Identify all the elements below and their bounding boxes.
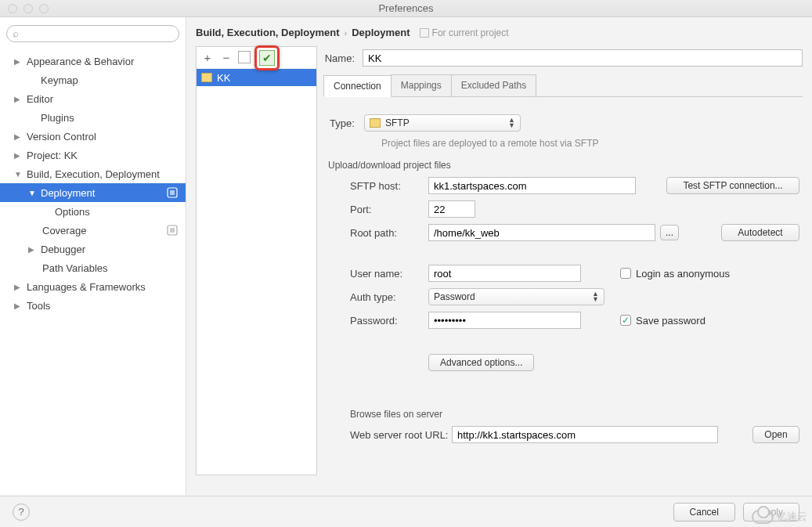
set-default-highlight: ✔ <box>254 45 280 70</box>
updown-icon: ▲▼ <box>592 291 599 302</box>
tree-label: Debugger <box>41 244 85 255</box>
server-item[interactable]: KK <box>197 69 316 86</box>
anonymous-checkbox[interactable] <box>620 268 631 279</box>
settings-tree: ▶Appearance & Behavior Keymap ▶Editor Pl… <box>0 49 186 315</box>
tab-connection[interactable]: Connection <box>323 75 392 97</box>
scope-icon <box>420 28 429 38</box>
tree-label: Languages & Frameworks <box>27 281 146 293</box>
tree-version-control[interactable]: ▶Version Control <box>0 127 186 146</box>
browse-root-button[interactable]: ... <box>660 225 679 240</box>
browse-section-title: Browse files on server <box>350 409 799 420</box>
type-label: Type: <box>327 117 364 129</box>
tree-appearance-behavior[interactable]: ▶Appearance & Behavior <box>0 52 186 70</box>
svg-rect-3 <box>170 228 175 233</box>
root-path-label: Root path: <box>327 227 428 239</box>
right-area: Build, Execution, Deployment › Deploymen… <box>186 17 812 495</box>
scope-badge-icon <box>167 225 178 236</box>
remove-server-button[interactable]: − <box>220 52 233 64</box>
tree-build-exec-deploy[interactable]: ▼Build, Execution, Deployment <box>0 164 186 183</box>
tree-plugins[interactable]: Plugins <box>0 108 186 127</box>
copy-icon <box>240 52 251 63</box>
tree-label: Plugins <box>41 112 74 124</box>
copy-server-button[interactable] <box>239 52 251 64</box>
tree-coverage[interactable]: Coverage <box>0 221 186 240</box>
save-password-checkbox[interactable] <box>620 315 631 326</box>
set-default-server-button[interactable]: ✔ <box>259 50 275 66</box>
auth-type-label: Auth type: <box>327 291 428 303</box>
tree-label: Editor <box>27 93 53 105</box>
tree-path-variables[interactable]: Path Variables <box>0 258 186 277</box>
server-list: KK <box>197 69 316 475</box>
tree-keymap[interactable]: Keymap <box>0 70 186 89</box>
search-icon: ⌕ <box>13 27 19 39</box>
password-input[interactable] <box>428 312 581 329</box>
type-select[interactable]: SFTP ▲▼ <box>364 114 521 132</box>
tabs: Connection Mappings Excluded Paths <box>323 74 803 97</box>
type-value: SFTP <box>385 117 410 128</box>
settings-tree-panel: ⌕ ▶Appearance & Behavior Keymap ▶Editor … <box>0 17 186 495</box>
svg-rect-1 <box>170 190 175 195</box>
port-input[interactable] <box>428 200 475 218</box>
chevron-right-icon: › <box>344 28 347 38</box>
sftp-icon <box>201 73 212 82</box>
web-url-input[interactable] <box>452 426 718 443</box>
auth-type-value: Password <box>434 291 475 302</box>
tree-label: Appearance & Behavior <box>27 56 134 67</box>
main-row: + − ✔ KK Name: <box>196 46 803 475</box>
window-title: Preferences <box>0 2 812 14</box>
password-label: Password: <box>327 315 428 327</box>
advanced-options-button[interactable]: Advanced options... <box>428 354 534 371</box>
tree-editor[interactable]: ▶Editor <box>0 89 186 108</box>
server-panel: + − ✔ KK <box>196 46 317 475</box>
server-item-label: KK <box>217 72 230 84</box>
root-path-input[interactable] <box>428 224 655 241</box>
auth-type-select[interactable]: Password ▲▼ <box>428 288 604 305</box>
footer: ? Cancel Apply <box>0 496 812 527</box>
autodetect-button[interactable]: Autodetect <box>721 224 799 241</box>
name-label: Name: <box>323 52 363 64</box>
watermark: 亿速云 <box>752 510 807 524</box>
tab-connection-pane: Type: SFTP ▲▼ Project files are deployed… <box>323 97 803 453</box>
tree-label: Options <box>55 206 90 218</box>
watermark-text: 亿速云 <box>777 510 807 524</box>
tree-label: Version Control <box>27 131 96 143</box>
content-area: ⌕ ▶Appearance & Behavior Keymap ▶Editor … <box>0 17 812 495</box>
tree-lang-frameworks[interactable]: ▶Languages & Frameworks <box>0 277 186 296</box>
tree-label: Keymap <box>41 74 78 86</box>
add-server-button[interactable]: + <box>201 52 214 64</box>
tab-mappings[interactable]: Mappings <box>391 74 452 96</box>
tab-excluded-paths[interactable]: Excluded Paths <box>451 74 536 96</box>
search-wrap: ⌕ <box>0 25 186 49</box>
sftp-host-label: SFTP host: <box>327 180 428 192</box>
tree-project[interactable]: ▶Project: KK <box>0 146 186 164</box>
tree-label: Build, Execution, Deployment <box>27 168 160 180</box>
tree-label: Deployment <box>41 187 95 199</box>
tree-tools[interactable]: ▶Tools <box>0 296 186 315</box>
tree-deployment[interactable]: ▼Deployment <box>0 183 186 202</box>
test-sftp-button[interactable]: Test SFTP connection... <box>666 177 799 194</box>
cloud-icon <box>752 510 774 524</box>
tree-deployment-options[interactable]: Options <box>0 202 186 221</box>
sftp-host-input[interactable] <box>428 177 636 194</box>
breadcrumb-part2[interactable]: Deployment <box>352 27 410 38</box>
tree-label: Project: KK <box>27 150 78 161</box>
web-url-label: Web server root URL: <box>327 429 452 441</box>
breadcrumb: Build, Execution, Deployment › Deploymen… <box>196 25 803 46</box>
help-button[interactable]: ? <box>13 504 30 521</box>
search-input[interactable] <box>6 25 179 42</box>
updown-icon: ▲▼ <box>508 117 515 128</box>
form-area: Name: Connection Mappings Excluded Paths… <box>317 46 803 475</box>
project-scope-hint: For current project <box>420 27 509 38</box>
username-label: User name: <box>327 268 428 280</box>
upload-section-title: Upload/download project files <box>328 160 799 171</box>
open-url-button[interactable]: Open <box>752 426 799 443</box>
breadcrumb-part1[interactable]: Build, Execution, Deployment <box>196 27 339 38</box>
tree-debugger[interactable]: ▶Debugger <box>0 240 186 258</box>
server-toolbar: + − ✔ <box>197 47 316 69</box>
tree-label: Path Variables <box>42 262 108 274</box>
server-name-input[interactable] <box>363 49 803 67</box>
username-input[interactable] <box>428 265 581 282</box>
titlebar: Preferences <box>0 0 812 17</box>
tree-label: Coverage <box>42 225 86 236</box>
cancel-button[interactable]: Cancel <box>673 503 735 522</box>
